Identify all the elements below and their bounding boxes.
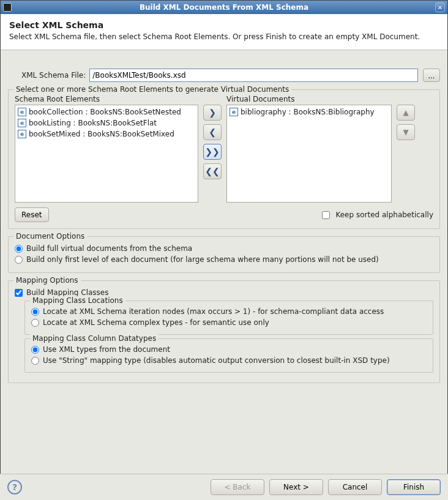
reset-button[interactable]: Reset xyxy=(15,207,49,222)
schema-file-label: XML Schema File: xyxy=(21,71,86,80)
doc-opt-full-radio[interactable] xyxy=(15,245,23,253)
virtual-documents-label: Virtual Documents xyxy=(226,95,392,103)
doc-opt-full-label: Build full virtual documents from the sc… xyxy=(26,244,192,253)
locations-iteration-label: Locate at XML Schema iteration nodes (ma… xyxy=(43,307,384,316)
double-chevron-left-icon: ❮❮ xyxy=(205,167,219,176)
double-chevron-right-icon: ❯❯ xyxy=(205,147,219,156)
list-item[interactable]: e bookCollection : BooksNS:BookSetNested xyxy=(17,106,196,118)
wizard-footer: ? < Back Next > Cancel Finish xyxy=(0,474,448,500)
datatypes-xml-label: Use XML types from the document xyxy=(43,345,170,354)
mapping-class-locations-legend: Mapping Class Locations xyxy=(30,296,125,305)
list-item[interactable]: e bookSetMixed : BooksNS:BookSetMixed xyxy=(17,129,196,140)
root-elements-legend: Select one or more Schema Root Elements … xyxy=(13,85,291,94)
list-item-label: bookCollection : BooksNS:BookSetNested xyxy=(29,108,181,116)
close-icon[interactable]: ✕ xyxy=(435,2,445,12)
locations-iteration-radio[interactable] xyxy=(31,308,39,316)
mapping-options-legend: Mapping Options xyxy=(13,276,81,285)
browse-button[interactable]: ... xyxy=(423,69,440,82)
chevron-right-icon: ❯ xyxy=(209,108,216,117)
chevron-down-icon: ▼ xyxy=(403,128,408,136)
chevron-left-icon: ❮ xyxy=(209,128,216,136)
page-title: Select XML Schema xyxy=(9,20,439,30)
datatypes-string-row[interactable]: Use "String" mapping type (disables auto… xyxy=(31,356,427,365)
doc-opt-first-level-radio[interactable] xyxy=(15,256,23,264)
cancel-button[interactable]: Cancel xyxy=(328,479,382,495)
page-subtitle: Select XML Schema file, then select Sche… xyxy=(9,32,439,41)
keep-sorted-checkbox[interactable] xyxy=(322,211,330,219)
move-all-right-button[interactable]: ❯❯ xyxy=(203,144,222,160)
virtual-documents-list[interactable]: e bibliography : BooksNS:Bibliography xyxy=(226,105,392,203)
build-mapping-classes-checkbox[interactable] xyxy=(15,289,23,297)
list-item[interactable]: e bibliography : BooksNS:Bibliography xyxy=(228,106,390,118)
back-button: < Back xyxy=(211,479,264,495)
doc-opt-full-row[interactable]: Build full virtual documents from the sc… xyxy=(15,244,433,253)
document-options-legend: Document Options xyxy=(13,232,87,241)
list-item[interactable]: e bookListing : BooksNS:BookSetFlat xyxy=(17,118,196,129)
datatypes-xml-radio[interactable] xyxy=(31,346,39,354)
schema-file-input[interactable] xyxy=(89,69,418,82)
move-up-button[interactable]: ▲ xyxy=(397,105,415,121)
schema-root-elements-label: Schema Root Elements xyxy=(15,95,198,103)
locations-complex-row[interactable]: Locate at XML Schema complex types - for… xyxy=(31,318,427,327)
window-title: Build XML Documents From XML Schema xyxy=(1,3,447,12)
wizard-header: Select XML Schema Select XML Schema file… xyxy=(1,14,447,50)
build-mapping-classes-label: Build Mapping Classes xyxy=(26,288,108,297)
doc-opt-first-level-label: Build only first level of each document … xyxy=(26,255,379,264)
move-all-left-button[interactable]: ❮❮ xyxy=(203,163,222,179)
help-icon: ? xyxy=(12,482,17,492)
mapping-options-group: Mapping Options Build Mapping Classes Ma… xyxy=(8,280,440,383)
datatypes-string-radio[interactable] xyxy=(31,357,39,365)
schema-root-elements-list[interactable]: e bookCollection : BooksNS:BookSetNested… xyxy=(15,105,198,203)
window-titlebar: Build XML Documents From XML Schema ✕ xyxy=(1,1,447,14)
root-elements-group: Select one or more Schema Root Elements … xyxy=(8,89,440,229)
next-button[interactable]: Next > xyxy=(269,479,323,495)
keep-sorted-row[interactable]: Keep sorted alphabetically xyxy=(319,209,433,221)
move-down-button[interactable]: ▼ xyxy=(397,124,415,140)
datatypes-xml-row[interactable]: Use XML types from the document xyxy=(31,345,427,354)
list-item-label: bookSetMixed : BooksNS:BookSetMixed xyxy=(29,130,174,138)
mapping-class-datatypes-group: Mapping Class Column Datatypes Use XML t… xyxy=(24,338,433,373)
mapping-class-locations-group: Mapping Class Locations Locate at XML Sc… xyxy=(24,300,433,335)
build-mapping-classes-row[interactable]: Build Mapping Classes xyxy=(15,288,433,297)
list-item-label: bibliography : BooksNS:Bibliography xyxy=(241,108,375,116)
move-left-button[interactable]: ❮ xyxy=(203,124,222,140)
locations-complex-radio[interactable] xyxy=(31,319,39,327)
locations-complex-label: Locate at XML Schema complex types - for… xyxy=(43,318,269,327)
datatypes-string-label: Use "String" mapping type (disables auto… xyxy=(43,356,390,365)
doc-opt-first-level-row[interactable]: Build only first level of each document … xyxy=(15,255,433,264)
move-right-button[interactable]: ❯ xyxy=(203,105,222,121)
element-icon: e xyxy=(230,108,238,116)
help-button[interactable]: ? xyxy=(7,480,22,494)
element-icon: e xyxy=(18,119,26,127)
keep-sorted-label: Keep sorted alphabetically xyxy=(335,211,433,219)
element-icon: e xyxy=(18,108,26,116)
locations-iteration-row[interactable]: Locate at XML Schema iteration nodes (ma… xyxy=(31,307,427,316)
list-item-label: bookListing : BooksNS:BookSetFlat xyxy=(29,119,157,127)
finish-button[interactable]: Finish xyxy=(387,479,441,495)
chevron-up-icon: ▲ xyxy=(403,108,408,117)
mapping-class-datatypes-legend: Mapping Class Column Datatypes xyxy=(30,334,159,343)
document-options-group: Document Options Build full virtual docu… xyxy=(8,236,440,273)
element-icon: e xyxy=(18,130,26,138)
